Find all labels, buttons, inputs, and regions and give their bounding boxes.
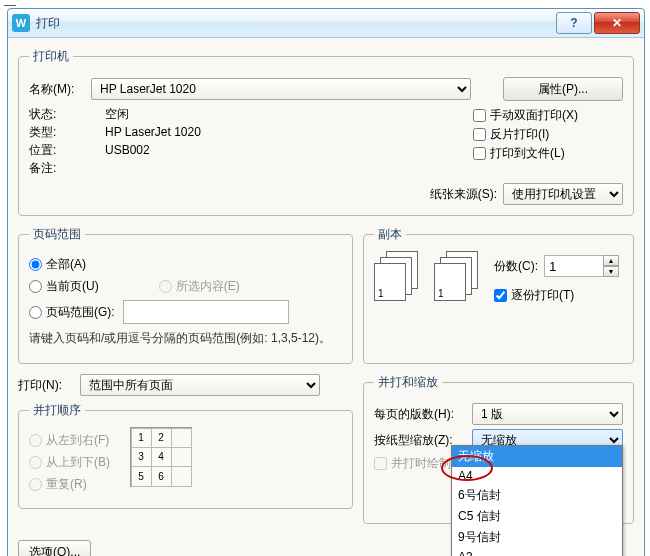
order-ltr-radio [29, 434, 42, 447]
per-sheet-select[interactable]: 1 版 [472, 403, 623, 425]
printer-group: 打印机 名称(M): HP LaserJet 1020 属性(P)... 状态:… [18, 48, 634, 216]
range-pages-input[interactable] [123, 300, 289, 324]
copies-group: 副本 3 2 1 3 2 1 [363, 226, 634, 364]
merge-order-group: 并打顺序 从左到右(F) 从上到下(B) 重复(R) 12 34 56 [18, 402, 353, 509]
print-what-select[interactable]: 范围中所有页面 [80, 374, 320, 396]
paper-option-a3[interactable]: A3 [452, 548, 622, 556]
window-title: 打印 [36, 15, 554, 32]
status-label: 状态: [29, 105, 91, 123]
app-icon: W [12, 14, 30, 32]
by-paper-dropdown-list[interactable]: 无缩放 A4 6号信封 C5 信封 9号信封 A3 8开 [451, 445, 623, 556]
options-button[interactable]: 选项(O)... [18, 540, 91, 556]
copies-spin-down[interactable]: ▼ [603, 266, 619, 277]
collate-input[interactable] [494, 289, 507, 302]
printer-legend: 打印机 [29, 48, 73, 65]
range-current-radio[interactable] [29, 280, 42, 293]
collate-preview-2: 3 2 1 [434, 251, 482, 303]
where-label: 位置: [29, 141, 91, 159]
paper-source-label: 纸张来源(S): [430, 186, 497, 203]
collate-preview-1: 3 2 1 [374, 251, 422, 303]
page-range-group: 页码范围 全部(A) 当前页(U) 所选内容(E) [18, 226, 353, 364]
reverse-print-input[interactable] [473, 128, 486, 141]
titlebar: W 打印 [8, 9, 644, 38]
manual-duplex-checkbox[interactable]: 手动双面打印(X) [473, 107, 623, 124]
collate-checkbox[interactable]: 逐份打印(T) [494, 287, 619, 304]
copies-legend: 副本 [374, 226, 406, 243]
print-to-file-input[interactable] [473, 147, 486, 160]
type-label: 类型: [29, 123, 91, 141]
paper-source-select[interactable]: 使用打印机设置 [503, 183, 623, 205]
page-range-legend: 页码范围 [29, 226, 85, 243]
manual-duplex-input[interactable] [473, 109, 486, 122]
close-button[interactable] [594, 12, 640, 34]
range-hint: 请键入页码和/或用逗号分隔的页码范围(例如: 1,3,5-12)。 [29, 330, 342, 346]
range-selection-radio [159, 280, 172, 293]
print-what-label: 打印(N): [18, 377, 80, 394]
range-current-label: 当前页(U) [46, 278, 99, 295]
printer-properties-button[interactable]: 属性(P)... [503, 77, 623, 101]
printer-name-select[interactable]: HP LaserJet 1020 [91, 78, 471, 100]
comment-label: 备注: [29, 159, 91, 177]
scaling-legend: 并打和缩放 [374, 374, 442, 391]
help-button[interactable] [556, 12, 592, 34]
order-preview-icon: 12 34 56 [130, 427, 192, 487]
print-to-file-checkbox[interactable]: 打印到文件(L) [473, 145, 623, 162]
status-value: 空闲 [105, 105, 201, 123]
merge-order-legend: 并打顺序 [29, 402, 85, 419]
copies-count-label: 份数(C): [494, 258, 538, 275]
range-selection-label: 所选内容(E) [176, 278, 240, 295]
paper-option-none[interactable]: 无缩放 [452, 446, 622, 467]
reverse-print-checkbox[interactable]: 反片打印(I) [473, 126, 623, 143]
copies-spin-up[interactable]: ▲ [603, 255, 619, 266]
printer-name-label: 名称(M): [29, 81, 91, 98]
per-sheet-label: 每页的版数(H): [374, 406, 472, 423]
range-pages-radio[interactable] [29, 306, 42, 319]
paper-option-a4[interactable]: A4 [452, 467, 622, 485]
print-dialog: W 打印 打印机 名称(M): HP LaserJet 1020 属性(P)..… [7, 8, 645, 556]
scaling-group: 并打和缩放 每页的版数(H): 1 版 按纸型缩放(Z): 无缩放 [363, 374, 634, 524]
range-pages-label: 页码范围(G): [46, 304, 115, 321]
range-all-label: 全部(A) [46, 256, 86, 273]
draw-border-checkbox [374, 457, 387, 470]
paper-option-env6[interactable]: 6号信封 [452, 485, 622, 506]
paper-option-c5[interactable]: C5 信封 [452, 506, 622, 527]
where-value: USB002 [105, 141, 201, 159]
paper-option-env9[interactable]: 9号信封 [452, 527, 622, 548]
range-all-radio[interactable] [29, 258, 42, 271]
order-repeat-radio [29, 478, 42, 491]
copies-count-input[interactable] [544, 255, 604, 277]
type-value: HP LaserJet 1020 [105, 123, 201, 141]
order-ttb-radio [29, 456, 42, 469]
